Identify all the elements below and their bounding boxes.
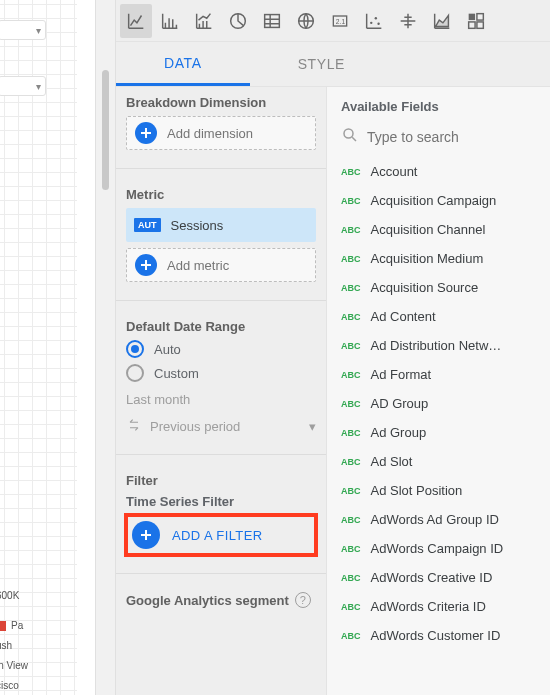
field-label: Acquisition Medium [371,251,484,266]
field-row[interactable]: ABCAd Slot [327,447,550,476]
field-row[interactable]: ABCAdWords Creative ID [327,563,550,592]
field-row[interactable]: ABCAdWords Campaign ID [327,534,550,563]
add-dimension-button[interactable]: Add dimension [126,116,316,150]
field-row[interactable]: ABCAD Group [327,389,550,418]
type-badge-abc: ABC [341,312,361,322]
available-fields-title: Available Fields [327,87,550,120]
field-row[interactable]: ABCAd Distribution Netw… [327,331,550,360]
field-label: Ad Group [371,425,427,440]
field-search[interactable] [327,120,550,157]
swap-icon [126,417,142,436]
chart-type-line-icon[interactable] [120,4,152,38]
field-row[interactable]: ABCAdWords Customer ID [327,621,550,650]
chart-type-bullet-icon[interactable] [392,4,424,38]
field-row[interactable]: ABCAdWords Ad Group ID [327,505,550,534]
type-badge-abc: ABC [341,167,361,177]
field-label: Acquisition Campaign [371,193,497,208]
field-label: Ad Slot Position [371,483,463,498]
field-list: ABCAccountABCAcquisition CampaignABCAcqu… [327,157,550,695]
scrollbar-thumb[interactable] [102,70,109,190]
ga-segment-section: Google Analytics segment ? [126,592,316,608]
field-row[interactable]: ABCAd Format [327,360,550,389]
field-label: AD Group [371,396,429,411]
svg-rect-8 [469,13,475,19]
svg-rect-9 [477,13,483,19]
report-canvas-peek: ▾ ▾ 600K Pa ush in View cisco [0,0,95,695]
tab-style[interactable]: STYLE [250,42,393,86]
add-filter-label: ADD A FILTER [172,528,263,543]
plus-icon [135,254,157,276]
help-icon[interactable]: ? [295,592,311,608]
chart-type-scatter-icon[interactable] [358,4,390,38]
divider [116,300,326,301]
legend-text: in View [0,660,28,671]
type-badge-abc: ABC [341,544,361,554]
svg-point-12 [344,129,353,138]
type-badge-abc: ABC [341,602,361,612]
chart-type-scorecard-icon[interactable]: 2.1 [324,4,356,38]
type-badge-abc: ABC [341,254,361,264]
legend-text: Pa [11,620,23,631]
svg-text:2.1: 2.1 [336,18,346,25]
metric-label: Sessions [171,218,224,233]
type-badge-abc: ABC [341,428,361,438]
properties-panel: 2.1 DATA STYLE Breakdown Dimension Add d… [116,0,550,695]
date-range-auto[interactable]: Auto [126,340,316,358]
chart-type-bar-icon[interactable] [154,4,186,38]
chart-type-pie-icon[interactable] [222,4,254,38]
filter-subtitle: Time Series Filter [126,494,316,509]
type-badge-abc: ABC [341,283,361,293]
divider [116,454,326,455]
field-label: Ad Distribution Netw… [371,338,502,353]
legend-text: cisco [0,680,19,691]
type-badge-abc: ABC [341,370,361,380]
field-row[interactable]: ABCAdWords Criteria ID [327,592,550,621]
date-range-custom[interactable]: Custom [126,364,316,382]
add-filter-button[interactable]: ADD A FILTER [126,515,316,555]
type-badge-abc: ABC [341,515,361,525]
type-badge-abc: ABC [341,573,361,583]
field-row[interactable]: ABCAd Group [327,418,550,447]
filter-section: Filter Time Series Filter ADD A FILTER [126,473,316,555]
chart-type-pivot-icon[interactable] [460,4,492,38]
chart-type-area-icon[interactable] [426,4,458,38]
section-title: Default Date Range [126,319,316,334]
section-title: Google Analytics segment [126,593,289,608]
chart-type-table-icon[interactable] [256,4,288,38]
field-row[interactable]: ABCAcquisition Campaign [327,186,550,215]
panel-gutter [95,0,116,695]
data-config-column: Breakdown Dimension Add dimension Metric… [116,87,326,695]
plus-icon [132,521,160,549]
field-row[interactable]: ABCAcquisition Medium [327,244,550,273]
field-search-input[interactable] [367,129,536,145]
metric-section: Metric AUT Sessions Add metric [126,187,316,282]
canvas-dropdown[interactable]: ▾ [0,76,46,96]
field-label: Ad Content [371,309,436,324]
add-metric-button[interactable]: Add metric [126,248,316,282]
field-row[interactable]: ABCAd Content [327,302,550,331]
type-badge-abc: ABC [341,225,361,235]
chart-type-toolbar: 2.1 [116,0,550,42]
type-badge-abc: ABC [341,486,361,496]
add-metric-label: Add metric [167,258,229,273]
field-label: AdWords Campaign ID [371,541,504,556]
tab-data[interactable]: DATA [116,42,250,86]
radio-label: Auto [154,342,181,357]
chart-type-combo-icon[interactable] [188,4,220,38]
svg-rect-11 [477,21,483,27]
chevron-down-icon: ▾ [309,419,316,434]
field-label: Ad Format [371,367,432,382]
canvas-dropdown[interactable]: ▾ [0,20,46,40]
field-row[interactable]: ABCAcquisition Source [327,273,550,302]
field-row[interactable]: ABCAccount [327,157,550,186]
comparison-period[interactable]: Previous period ▾ [126,417,316,436]
field-label: AdWords Creative ID [371,570,493,585]
field-label: AdWords Criteria ID [371,599,486,614]
field-row[interactable]: ABCAd Slot Position [327,476,550,505]
field-row[interactable]: ABCAcquisition Channel [327,215,550,244]
chart-type-geo-icon[interactable] [290,4,322,38]
radio-label: Custom [154,366,199,381]
metric-chip-sessions[interactable]: AUT Sessions [126,208,316,242]
field-label: AdWords Ad Group ID [371,512,499,527]
panel-tabs: DATA STYLE [116,42,550,86]
